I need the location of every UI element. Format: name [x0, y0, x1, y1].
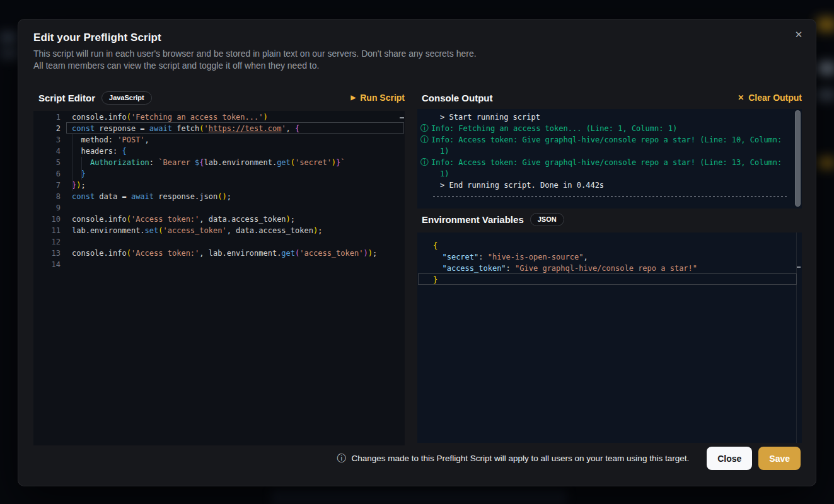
- save-button[interactable]: Save: [758, 447, 801, 470]
- overview-ruler-marker: [400, 117, 404, 118]
- console-info-entry: ⓘInfo: Fetching an access token... (Line…: [417, 123, 787, 134]
- info-icon: ⓘ: [337, 453, 345, 464]
- console-entry-text: > End running script. Done in 0.442s: [440, 181, 604, 190]
- env-code-area: { "secret": "hive-is-open-source", "acce…: [433, 240, 796, 285]
- code-line: const data = await response.json();: [72, 191, 405, 202]
- code-line: headers: {: [72, 146, 405, 157]
- console-output-panel[interactable]: > Start running scriptⓘInfo: Fetching an…: [417, 109, 802, 209]
- console-separator: [417, 191, 787, 202]
- environment-variables-title: Environment Variables: [422, 214, 524, 225]
- console-entry-text: > Start running script: [440, 113, 540, 122]
- bg-blob: [0, 33, 16, 43]
- line-number: 1: [33, 112, 66, 123]
- line-number-gutter: 1234567891011121314: [33, 112, 66, 270]
- info-circle-icon: ⓘ: [420, 123, 429, 134]
- modal-description: This script will run in each user's brow…: [33, 48, 477, 71]
- info-circle-icon: ⓘ: [420, 157, 429, 168]
- bg-blob: [817, 18, 834, 32]
- line-number: 2: [33, 123, 66, 134]
- code-line: console.info('Access token:', data.acces…: [72, 214, 405, 225]
- console-scrollbar[interactable]: [795, 110, 801, 207]
- modal-description-line2: All team members can view the script and…: [33, 60, 477, 72]
- close-button[interactable]: Close: [707, 447, 752, 470]
- console-entry-text: Info: Fetching an access token... (Line:…: [431, 124, 677, 133]
- line-number: 12: [33, 236, 66, 248]
- line-number: 7: [33, 180, 66, 191]
- code-line: [72, 259, 405, 270]
- info-circle-icon: ⓘ: [420, 134, 429, 146]
- line-number: 4: [33, 146, 66, 157]
- line-number: 11: [33, 225, 66, 236]
- modal-title: Edit your Preflight Script: [33, 32, 161, 44]
- console-entry-text: Info: Access token: Give graphql-hive/co…: [431, 158, 787, 178]
- indent-guide: [81, 157, 82, 180]
- console-output-title: Console Output: [422, 93, 493, 103]
- preflight-script-modal: ✕ Edit your Preflight Script This script…: [18, 19, 816, 486]
- console-info-entry: ⓘInfo: Access token: Give graphql-hive/c…: [417, 134, 787, 157]
- json-badge: JSON: [530, 213, 564, 226]
- run-script-label: Run Script: [360, 93, 405, 103]
- bg-blob: [818, 158, 834, 168]
- environment-variables-editor[interactable]: { "secret": "hive-is-open-source", "acce…: [417, 232, 802, 443]
- code-line: {: [433, 240, 796, 251]
- code-line: Authorization: `Bearer ${lab.environment…: [72, 157, 405, 168]
- clear-output-label: Clear Output: [748, 93, 802, 103]
- line-number: 6: [33, 168, 66, 180]
- code-line: method: 'POST',: [72, 134, 405, 146]
- modal-description-line1: This script will run in each user's brow…: [33, 48, 477, 60]
- indent-guide: [72, 134, 73, 191]
- console-info-entry: ⓘInfo: Access token: Give graphql-hive/c…: [417, 157, 787, 180]
- env-editor-ruler: [796, 232, 797, 443]
- code-area: console.info('Fetching an access token..…: [72, 112, 405, 270]
- line-number: 8: [33, 191, 66, 202]
- bg-blob: [0, 49, 19, 58]
- bg-blob: [817, 89, 834, 100]
- console-log-entry: > Start running script: [417, 112, 787, 123]
- footer-notice-text: Changes made to this Preflight Script wi…: [351, 454, 689, 463]
- overview-ruler-marker: [797, 266, 801, 268]
- code-line: [72, 202, 405, 214]
- script-editor[interactable]: 1234567891011121314console.info('Fetchin…: [33, 111, 405, 445]
- footer-notice: ⓘ Changes made to this Preflight Script …: [337, 453, 689, 464]
- close-icon[interactable]: ✕: [792, 28, 806, 42]
- code-line: [72, 236, 405, 248]
- line-number: 9: [33, 202, 66, 214]
- play-icon: ▶: [351, 94, 356, 101]
- code-line: }: [433, 274, 796, 285]
- console-entry-text: Info: Access token: Give graphql-hive/co…: [431, 135, 787, 156]
- console-log-entry: > End running script. Done in 0.442s: [417, 180, 787, 191]
- code-line: "secret": "hive-is-open-source",: [433, 251, 796, 263]
- run-script-button[interactable]: ▶ Run Script: [351, 93, 405, 103]
- clear-icon: ✕: [738, 94, 744, 101]
- code-line: const response = await fetch('https://te…: [72, 123, 405, 134]
- line-number: 5: [33, 157, 66, 168]
- bg-blob: [818, 62, 834, 74]
- line-number: 3: [33, 134, 66, 146]
- code-line: });: [72, 180, 405, 191]
- line-number: 10: [33, 214, 66, 225]
- code-line: }: [72, 168, 405, 180]
- clear-output-button[interactable]: ✕ Clear Output: [738, 93, 802, 103]
- code-line: console.info('Fetching an access token..…: [72, 112, 405, 123]
- bg-blob: [271, 489, 567, 504]
- language-badge: JavaScript: [101, 91, 152, 105]
- line-number: 14: [33, 259, 66, 270]
- code-line: "access_token": "Give graphql-hive/conso…: [433, 263, 796, 274]
- code-line: lab.environment.set('access_token', data…: [72, 225, 405, 236]
- code-line: console.info('Access token:', lab.enviro…: [72, 248, 405, 259]
- script-editor-title: Script Editor: [38, 93, 95, 103]
- line-number: 13: [33, 248, 66, 259]
